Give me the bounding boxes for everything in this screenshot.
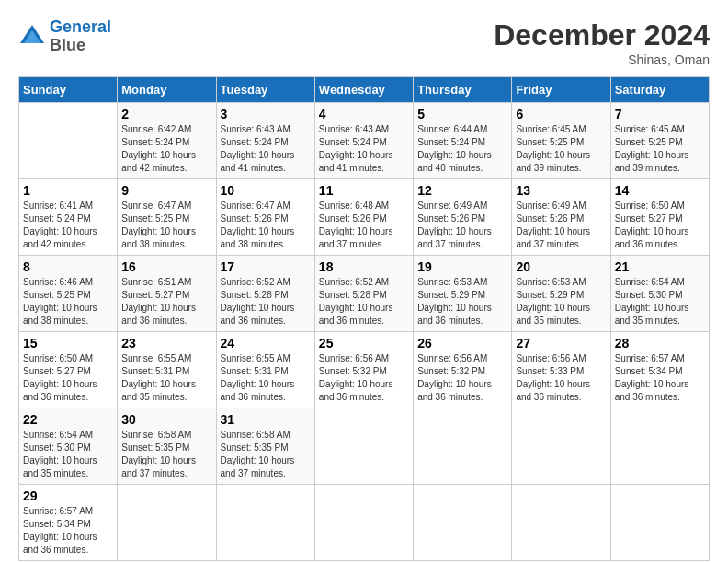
day-number: 6 [516,107,606,121]
calendar-cell: 31Sunrise: 6:58 AM Sunset: 5:35 PM Dayli… [216,408,314,485]
calendar-cell [610,408,709,485]
day-info: Sunrise: 6:49 AM Sunset: 5:26 PM Dayligh… [516,200,606,251]
month-title: December 2024 [494,18,710,52]
day-number: 9 [121,183,211,198]
day-header-friday: Friday [512,77,610,103]
calendar-cell: 19Sunrise: 6:53 AM Sunset: 5:29 PM Dayli… [414,256,512,332]
calendar-cell: 23Sunrise: 6:55 AM Sunset: 5:31 PM Dayli… [118,332,216,408]
day-info: Sunrise: 6:46 AM Sunset: 5:25 PM Dayligh… [23,276,113,327]
calendar-header-row: SundayMondayTuesdayWednesdayThursdayFrid… [19,77,710,103]
calendar-cell: 5Sunrise: 6:44 AM Sunset: 5:24 PM Daylig… [414,103,512,179]
day-header-monday: Monday [118,77,216,103]
day-number: 5 [417,107,507,121]
calendar-cell: 10Sunrise: 6:47 AM Sunset: 5:26 PM Dayli… [216,179,314,256]
day-info: Sunrise: 6:49 AM Sunset: 5:26 PM Dayligh… [417,200,507,251]
day-info: Sunrise: 6:45 AM Sunset: 5:25 PM Dayligh… [615,123,705,175]
day-info: Sunrise: 6:52 AM Sunset: 5:28 PM Dayligh… [319,276,409,327]
day-number: 24 [221,336,311,350]
day-info: Sunrise: 6:52 AM Sunset: 5:28 PM Dayligh… [221,276,311,327]
calendar-cell: 21Sunrise: 6:54 AM Sunset: 5:30 PM Dayli… [610,256,709,332]
day-number: 7 [615,107,705,121]
calendar-cell: 3Sunrise: 6:43 AM Sunset: 5:24 PM Daylig… [216,103,314,179]
day-info: Sunrise: 6:50 AM Sunset: 5:27 PM Dayligh… [23,352,113,404]
calendar-cell [512,485,610,561]
day-number: 30 [121,412,211,427]
day-info: Sunrise: 6:47 AM Sunset: 5:26 PM Dayligh… [221,200,311,251]
day-info: Sunrise: 6:50 AM Sunset: 5:27 PM Dayligh… [615,200,705,251]
day-info: Sunrise: 6:58 AM Sunset: 5:35 PM Dayligh… [221,429,311,480]
calendar-week-row: 2Sunrise: 6:42 AM Sunset: 5:24 PM Daylig… [19,103,710,179]
day-number: 27 [516,336,606,350]
day-number: 15 [23,336,113,350]
day-number: 20 [516,259,606,274]
calendar-cell: 25Sunrise: 6:56 AM Sunset: 5:32 PM Dayli… [314,332,413,408]
day-number: 10 [221,183,311,198]
calendar-cell: 30Sunrise: 6:58 AM Sunset: 5:35 PM Dayli… [118,408,216,485]
calendar-cell [314,485,413,561]
day-info: Sunrise: 6:57 AM Sunset: 5:34 PM Dayligh… [23,505,113,557]
day-number: 26 [417,336,507,350]
calendar-week-row: 15Sunrise: 6:50 AM Sunset: 5:27 PM Dayli… [19,332,710,408]
calendar-cell [19,103,118,179]
day-info: Sunrise: 6:54 AM Sunset: 5:30 PM Dayligh… [615,276,705,327]
day-info: Sunrise: 6:55 AM Sunset: 5:31 PM Dayligh… [121,352,211,404]
calendar-cell: 1Sunrise: 6:41 AM Sunset: 5:24 PM Daylig… [19,179,118,256]
day-info: Sunrise: 6:56 AM Sunset: 5:32 PM Dayligh… [319,352,409,404]
calendar-cell [314,408,413,485]
day-number: 23 [121,336,211,350]
day-info: Sunrise: 6:42 AM Sunset: 5:24 PM Dayligh… [121,123,211,175]
calendar-body: 2Sunrise: 6:42 AM Sunset: 5:24 PM Daylig… [19,103,710,561]
page-header: General Blue December 2024 Shinas, Oman [18,18,710,67]
day-info: Sunrise: 6:57 AM Sunset: 5:34 PM Dayligh… [615,352,705,404]
calendar-cell: 12Sunrise: 6:49 AM Sunset: 5:26 PM Dayli… [414,179,512,256]
calendar-cell [118,485,216,561]
day-header-saturday: Saturday [610,77,709,103]
day-number: 16 [121,259,211,274]
day-header-tuesday: Tuesday [216,77,314,103]
calendar-week-row: 29Sunrise: 6:57 AM Sunset: 5:34 PM Dayli… [19,485,710,561]
calendar-cell: 18Sunrise: 6:52 AM Sunset: 5:28 PM Dayli… [314,256,413,332]
calendar-cell: 2Sunrise: 6:42 AM Sunset: 5:24 PM Daylig… [118,103,216,179]
day-info: Sunrise: 6:56 AM Sunset: 5:32 PM Dayligh… [417,352,507,404]
calendar-cell: 17Sunrise: 6:52 AM Sunset: 5:28 PM Dayli… [216,256,314,332]
day-info: Sunrise: 6:43 AM Sunset: 5:24 PM Dayligh… [319,123,409,175]
calendar-cell [610,485,709,561]
day-info: Sunrise: 6:53 AM Sunset: 5:29 PM Dayligh… [516,276,606,327]
day-header-thursday: Thursday [414,77,512,103]
day-info: Sunrise: 6:43 AM Sunset: 5:24 PM Dayligh… [221,123,311,175]
calendar-cell: 7Sunrise: 6:45 AM Sunset: 5:25 PM Daylig… [610,103,709,179]
day-header-sunday: Sunday [19,77,118,103]
calendar-cell: 6Sunrise: 6:45 AM Sunset: 5:25 PM Daylig… [512,103,610,179]
day-number: 29 [23,488,113,503]
calendar-cell: 22Sunrise: 6:54 AM Sunset: 5:30 PM Dayli… [19,408,118,485]
calendar-cell: 26Sunrise: 6:56 AM Sunset: 5:32 PM Dayli… [414,332,512,408]
day-info: Sunrise: 6:55 AM Sunset: 5:31 PM Dayligh… [221,352,311,404]
day-info: Sunrise: 6:44 AM Sunset: 5:24 PM Dayligh… [417,123,507,175]
day-number: 18 [319,259,409,274]
logo: General Blue [18,18,111,55]
calendar-cell: 20Sunrise: 6:53 AM Sunset: 5:29 PM Dayli… [512,256,610,332]
day-number: 31 [221,412,311,427]
calendar-week-row: 22Sunrise: 6:54 AM Sunset: 5:30 PM Dayli… [19,408,710,485]
day-info: Sunrise: 6:54 AM Sunset: 5:30 PM Dayligh… [23,429,113,480]
day-info: Sunrise: 6:41 AM Sunset: 5:24 PM Dayligh… [23,200,113,251]
day-number: 11 [319,183,409,198]
calendar-cell: 27Sunrise: 6:56 AM Sunset: 5:33 PM Dayli… [512,332,610,408]
calendar-cell: 11Sunrise: 6:48 AM Sunset: 5:26 PM Dayli… [314,179,413,256]
calendar-cell: 16Sunrise: 6:51 AM Sunset: 5:27 PM Dayli… [118,256,216,332]
day-number: 3 [221,107,311,121]
day-info: Sunrise: 6:45 AM Sunset: 5:25 PM Dayligh… [516,123,606,175]
day-header-wednesday: Wednesday [314,77,413,103]
day-number: 19 [417,259,507,274]
calendar-cell [512,408,610,485]
calendar-cell: 28Sunrise: 6:57 AM Sunset: 5:34 PM Dayli… [610,332,709,408]
location: Shinas, Oman [494,52,710,67]
day-info: Sunrise: 6:53 AM Sunset: 5:29 PM Dayligh… [417,276,507,327]
day-info: Sunrise: 6:56 AM Sunset: 5:33 PM Dayligh… [516,352,606,404]
calendar-cell: 13Sunrise: 6:49 AM Sunset: 5:26 PM Dayli… [512,179,610,256]
day-number: 25 [319,336,409,350]
day-number: 4 [319,107,409,121]
day-number: 17 [221,259,311,274]
calendar-cell [414,485,512,561]
day-info: Sunrise: 6:51 AM Sunset: 5:27 PM Dayligh… [121,276,211,327]
